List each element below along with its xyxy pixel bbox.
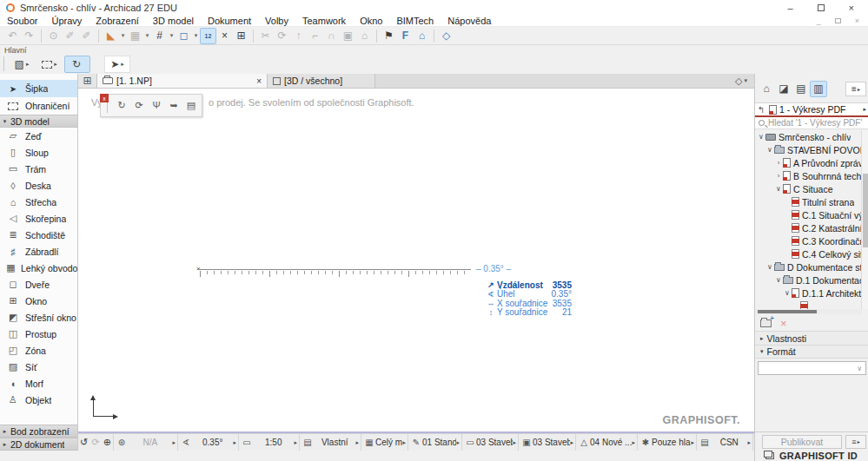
tree-item[interactable]: ∨ Smrčensko - chlív — [755, 130, 862, 143]
tool-opening[interactable]: ◫ Prostup — [0, 326, 77, 342]
publisher-icon[interactable]: ▥ — [810, 81, 827, 97]
tool-column[interactable]: ▯ Sloup — [0, 144, 77, 161]
3d-view-mode-button[interactable]: ◇ ▾ — [728, 74, 754, 88]
publish-options-button[interactable]: ≡ ▸ — [845, 435, 866, 449]
undo-icon[interactable]: ↶ — [4, 28, 21, 44]
minimize-button[interactable]: – — [787, 3, 792, 13]
section-3d-model[interactable]: ▾ 3D model — [0, 115, 77, 128]
tree-vertical-scrollbar[interactable] — [861, 130, 868, 309]
tree-item[interactable]: ∨ STAVEBNÍ POVOLENÍ — [755, 143, 862, 156]
refresh-all-icon[interactable]: ⟳ — [130, 100, 148, 111]
marquee-arrow-icon[interactable]: ▧ ▸ — [9, 56, 35, 73]
view-map-icon[interactable]: ◪ — [775, 81, 792, 97]
child-close-button[interactable]: × — [855, 16, 859, 25]
eyedropper-icon[interactable]: ✐ — [78, 28, 95, 44]
tree-item[interactable]: ∨ D Dokumentace stavby — [755, 260, 862, 273]
search-input[interactable] — [768, 118, 865, 128]
statusbar-control[interactable]: ▭ 1:50 ▸ — [239, 434, 300, 451]
statusbar-control[interactable]: ▦ Celý model ▸ — [361, 434, 408, 451]
inject-parameters-icon[interactable]: ✐ — [62, 28, 78, 44]
tool-skylight[interactable]: ◩ Střešní okno — [0, 309, 77, 326]
toolbar-grip[interactable] — [3, 56, 4, 71]
child-restore-button[interactable] — [835, 18, 841, 23]
tool-arrow[interactable]: ➤ Šipka — [0, 80, 77, 97]
new-folder-icon[interactable] — [760, 319, 772, 327]
tool-roof[interactable]: ⌂ Střecha — [0, 194, 77, 210]
snap-guides-icon[interactable]: ▦ — [127, 28, 143, 44]
orbit-icon[interactable]: ↻ — [64, 56, 90, 73]
tree-chevron-icon[interactable]: ∨ — [783, 289, 792, 297]
tool-zone[interactable]: ◰ Zóna — [0, 342, 77, 359]
previous-zoom-icon[interactable]: ↺ — [80, 437, 88, 448]
fillet-icon[interactable]: ∩ — [323, 28, 340, 44]
tool-wall[interactable]: ▱ Zeď — [0, 128, 77, 144]
tool-object[interactable]: ♙ Objekt — [0, 392, 77, 408]
tree-item[interactable]: › B Souhrnná technická zpr — [755, 169, 862, 182]
format-dropdown[interactable]: ∨ — [758, 361, 866, 375]
separator[interactable] — [37, 28, 45, 44]
tool-door[interactable]: ◻ Dveře — [0, 276, 77, 293]
separator[interactable] — [373, 28, 381, 44]
snap-grid-icon[interactable]: # — [151, 28, 168, 44]
menu-item[interactable]: Nápověda — [441, 16, 498, 26]
scrollbar-thumb[interactable] — [758, 310, 817, 313]
3d-visualization-icon[interactable]: ◇ — [438, 28, 454, 44]
next-zoom-icon[interactable]: ⟳ — [91, 437, 99, 448]
document-icon[interactable]: ▤ — [182, 100, 200, 111]
child-minimize-button[interactable]: _ — [817, 16, 821, 25]
tree-item[interactable]: C.1 Situační výkres širš — [755, 208, 862, 221]
close-tab-icon[interactable]: × — [249, 76, 262, 86]
navigator-menu-button[interactable]: ≡ ▸ — [845, 82, 866, 96]
go-up-icon[interactable]: ↰ — [758, 105, 769, 115]
toolbar-badge[interactable]: x — [100, 94, 109, 102]
tracker-toggle-icon[interactable]: 12 — [200, 28, 216, 44]
tree-chevron-icon[interactable]: › — [774, 172, 783, 180]
layout-book-icon[interactable]: ▤ — [792, 81, 810, 97]
scrollbar-thumb[interactable] — [863, 174, 868, 247]
statusbar-control[interactable]: ▣ 03 Staveb... ▸ — [519, 434, 576, 451]
statusbar-control[interactable]: ∢ 0.35° ▸ — [178, 434, 239, 451]
menu-item[interactable]: Úpravy — [44, 16, 89, 26]
coordinates-icon[interactable]: × — [216, 28, 233, 44]
menu-item[interactable]: Soubor — [0, 16, 44, 26]
favorites-icon[interactable]: F — [397, 28, 414, 44]
publisher-set-selector[interactable]: ↰ 1 - Výkresy PDF ▸ — [755, 102, 868, 115]
statusbar-control[interactable]: ▤ Vlastní ▸ — [300, 434, 361, 451]
separator[interactable] — [430, 28, 438, 44]
tool-shell[interactable]: ◁ Skořepina — [0, 210, 77, 227]
separator[interactable] — [249, 28, 257, 44]
tab-3d-all[interactable]: [3D / všechno] — [268, 74, 375, 88]
resize-icon[interactable]: ▣ — [340, 28, 356, 44]
elevate-icon[interactable]: ↑ — [290, 28, 307, 44]
menu-item[interactable]: Dokument — [201, 16, 258, 26]
tool-slab[interactable]: ◊ Deska — [0, 177, 77, 194]
statusbar-control[interactable]: ⊛ N/A ▸ — [114, 434, 178, 451]
tree-item[interactable]: ∨ C Situace — [755, 182, 862, 195]
tree-item[interactable]: Titulní strana — [755, 195, 862, 208]
marquee-icon[interactable]: ▸ — [36, 56, 63, 73]
tree-item[interactable]: ∨ D.1.1 Architektonicko — [755, 286, 862, 300]
quad-view-button[interactable]: ⊞ — [78, 74, 97, 88]
menu-item[interactable]: 3D model — [146, 16, 201, 26]
navigator-search[interactable] — [755, 117, 868, 129]
plugin-icon[interactable]: Ψ — [148, 100, 165, 111]
separator[interactable] — [95, 28, 103, 44]
section-2d-document[interactable]: ▸ 2D dokument — [0, 438, 77, 451]
properties-section-header[interactable]: ▸ Vlastnosti — [755, 331, 868, 345]
tool-mesh[interactable]: ▨ Síť — [0, 359, 77, 375]
tree-chevron-icon[interactable]: ∨ — [774, 276, 783, 284]
dropdown-caret-icon[interactable]: ▾ — [192, 28, 200, 44]
tree-item[interactable]: C.4 Celkový situační vý — [755, 247, 862, 260]
graphisoft-id-bar[interactable]: GRAPHISOFT ID — [755, 451, 868, 461]
bimtech-floating-toolbar[interactable]: x ↻⟳Ψ➥▤ — [100, 94, 202, 117]
tree-chevron-icon[interactable]: ∨ — [757, 133, 765, 141]
statusbar-control[interactable]: ▭ 03 Staveb... ▸ — [462, 434, 519, 451]
section-viewpoint[interactable]: ▸ Bod zobrazení — [0, 425, 77, 438]
snap-points-icon[interactable]: ◻ — [176, 28, 192, 44]
trim-icon[interactable]: ✂ — [257, 28, 274, 44]
pick-up-parameters-icon[interactable]: ⊙ — [45, 28, 62, 44]
adjust-icon[interactable]: ⌐ — [307, 28, 323, 44]
zoom-in-icon[interactable]: ⊕ — [103, 437, 111, 448]
tool-marquee[interactable]: Ohraničení — [0, 97, 77, 115]
export-icon[interactable]: ➥ — [165, 100, 182, 111]
